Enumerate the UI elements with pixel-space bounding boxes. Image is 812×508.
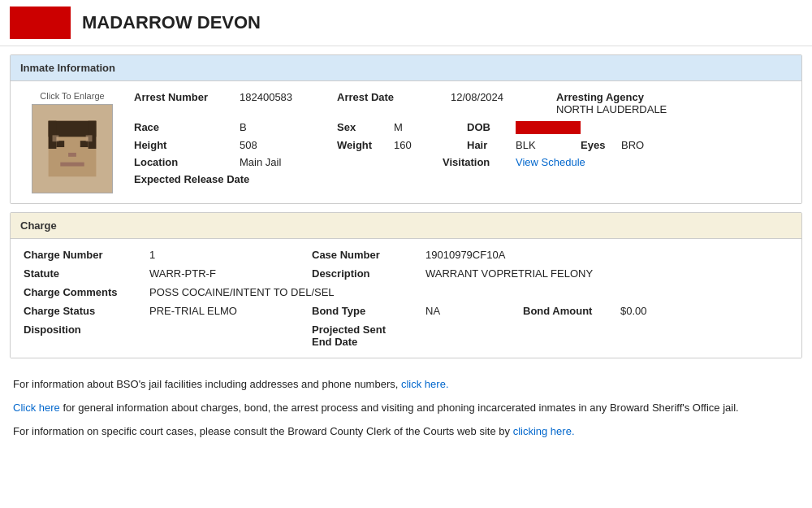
statute-label: Statute [24,267,59,280]
race-label: Race [134,121,159,133]
sex-label: Sex [337,121,356,133]
statute-value: WARR-PTR-F [149,267,216,280]
arrest-date-label: Arrest Date [337,91,394,103]
charge-number-value: 1 [149,249,155,261]
projected-sent-label: Projected SentEnd Date [312,323,386,348]
charge-section-header: Charge [11,213,801,239]
bond-type-label: Bond Type [312,305,365,317]
arrest-number-label: Arrest Number [134,91,240,103]
charge-section-body: Charge Number 1 Case Number 19010979CF10… [11,239,801,358]
footer-line3: For information on specific court cases,… [13,423,799,441]
inmate-photo[interactable] [32,104,113,193]
description-value: WARRANT VOPRETRIAL FELONY [425,267,593,280]
charge-status-label: Charge Status [24,305,95,317]
footer-link3[interactable]: clicking here. [513,425,575,437]
hair-value: BLK [516,139,536,151]
charge-section: Charge Charge Number 1 Case Number 19010… [10,212,802,358]
footer-line3-text: For information on specific court cases,… [13,425,513,437]
photo-column: Click To Enlarge [24,91,121,193]
details-column: Arrest Number 182400583 Arrest Date 12/0… [134,91,788,193]
bond-amount-label: Bond Amount [523,305,592,317]
description-label: Description [312,267,370,280]
page-header: MADARROW DEVON [0,0,812,46]
case-number-label: Case Number [312,249,380,261]
sex-value: M [394,121,403,133]
location-value: Main Jail [240,156,281,168]
header-photo-red-bar [10,7,71,39]
arrest-date-value: 12/08/2024 [451,91,503,103]
charge-number-label: Charge Number [24,249,103,261]
disposition-label: Disposition [24,323,81,336]
svg-rect-4 [89,121,97,149]
inmate-name: MADARROW DEVON [82,12,261,33]
charge-status-value: PRE-TRIAL ELMO [149,305,237,317]
svg-rect-3 [49,121,57,149]
svg-rect-8 [60,163,84,167]
race-value: B [240,121,247,133]
height-label: Height [134,139,166,151]
footer: For information about BSO's jail facilit… [0,367,812,456]
click-to-enlarge-label[interactable]: Click To Enlarge [40,91,104,101]
inmate-info-grid: Click To Enlarge [24,91,788,193]
eyes-label: Eyes [581,139,605,151]
dob-label: DOB [467,121,490,133]
footer-line2-text: for general information about charges, b… [60,402,739,414]
expected-release-label: Expected Release Date [134,173,249,185]
footer-link2[interactable]: Click here [13,402,60,414]
dob-redacted [516,121,581,134]
location-label: Location [134,156,178,168]
footer-line1: For information about BSO's jail facilit… [13,376,799,393]
footer-line1-text: For information about BSO's jail facilit… [13,378,401,390]
arresting-agency-label: Arresting Agency [556,91,667,103]
svg-rect-7 [68,153,76,157]
visitation-label: Visitation [443,156,490,168]
svg-rect-9 [53,135,59,141]
hair-label: Hair [467,139,487,151]
charge-comments-value: POSS COCAINE/INTENT TO DEL/SEL [149,286,335,298]
arresting-agency-value: NORTH LAUDERDALE [556,103,667,115]
bond-type-value: NA [425,305,440,317]
weight-label: Weight [337,139,372,151]
inmate-info-body: Click To Enlarge [11,81,801,203]
arrest-number-value: 182400583 [240,91,292,103]
bond-amount-value: $0.00 [620,305,647,317]
charge-comments-label: Charge Comments [24,286,118,298]
weight-value: 160 [394,139,412,151]
footer-line2: Click here for general information about… [13,400,799,417]
inmate-info-header: Inmate Information [11,55,801,81]
inmate-info-section: Inmate Information Click To Enlarge [10,54,802,204]
svg-rect-6 [80,141,89,147]
case-number-value: 19010979CF10A [425,249,505,261]
svg-rect-5 [56,141,64,147]
view-schedule-link[interactable]: View Schedule [516,156,585,168]
height-value: 508 [240,139,257,151]
eyes-value: BRO [621,139,644,151]
svg-rect-10 [86,135,93,141]
footer-link1[interactable]: click here. [401,378,449,390]
